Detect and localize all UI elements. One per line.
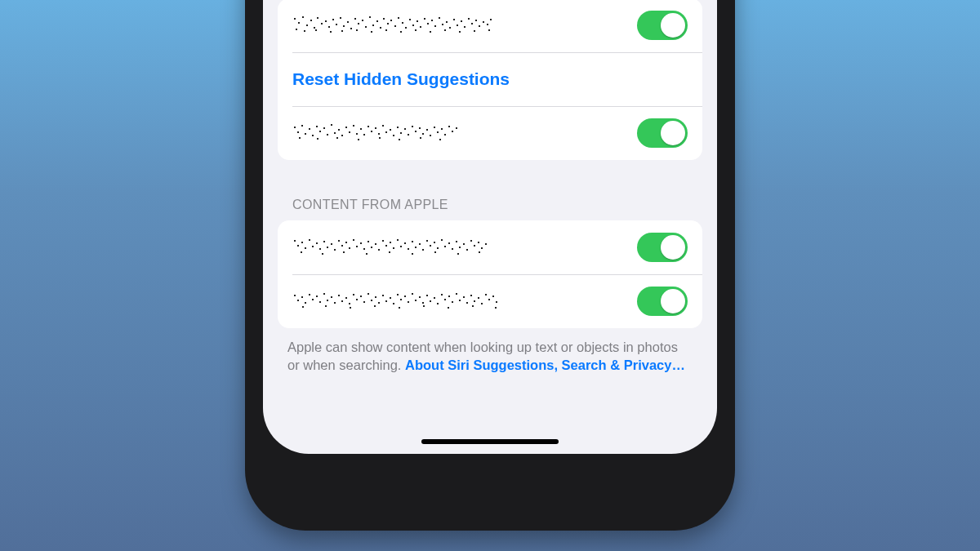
svg-rect-195 — [334, 302, 336, 304]
svg-rect-60 — [371, 31, 372, 33]
svg-rect-191 — [319, 301, 321, 303]
svg-rect-170 — [470, 240, 472, 242]
svg-rect-10 — [332, 19, 334, 20]
svg-rect-165 — [452, 248, 453, 250]
svg-rect-116 — [336, 137, 338, 139]
toggle-knob-icon — [661, 121, 685, 145]
svg-rect-49 — [475, 20, 477, 21]
svg-rect-9 — [328, 26, 330, 28]
svg-rect-184 — [294, 295, 296, 296]
svg-rect-123 — [297, 245, 299, 247]
svg-rect-57 — [330, 31, 332, 33]
svg-rect-129 — [319, 248, 321, 250]
svg-rect-178 — [366, 253, 368, 255]
svg-rect-24 — [383, 18, 385, 20]
row-before-1 — [278, 0, 702, 52]
svg-rect-118 — [379, 137, 381, 139]
toggle-knob-icon — [661, 289, 685, 313]
row-apple-2-label — [292, 291, 637, 312]
svg-rect-105 — [426, 129, 428, 131]
redacted-text-icon — [292, 291, 505, 312]
row-reset-hidden-suggestions[interactable]: Reset Hidden Suggestions — [278, 52, 702, 106]
svg-rect-214 — [404, 295, 406, 297]
home-indicator-icon[interactable] — [421, 439, 559, 444]
svg-rect-157 — [422, 249, 424, 251]
toggle-apple-1[interactable] — [637, 233, 688, 262]
svg-rect-113 — [456, 127, 457, 129]
svg-rect-18 — [362, 20, 363, 21]
reset-hidden-suggestions-link[interactable]: Reset Hidden Suggestions — [292, 69, 510, 89]
svg-rect-156 — [419, 243, 421, 245]
svg-rect-177 — [343, 251, 345, 253]
section-header-content-from-apple: CONTENT FROM APPLE — [263, 160, 717, 220]
svg-rect-196 — [338, 295, 340, 296]
svg-rect-182 — [457, 253, 459, 255]
svg-rect-15 — [350, 28, 352, 29]
svg-rect-206 — [375, 296, 376, 298]
svg-rect-238 — [492, 295, 494, 297]
svg-rect-74 — [312, 135, 314, 136]
svg-rect-199 — [349, 303, 350, 304]
svg-rect-5 — [314, 27, 315, 29]
svg-rect-40 — [442, 24, 443, 25]
svg-rect-82 — [341, 135, 343, 136]
svg-rect-148 — [390, 242, 391, 243]
svg-rect-164 — [448, 242, 450, 244]
svg-rect-119 — [399, 139, 400, 140]
svg-rect-147 — [385, 245, 387, 247]
svg-rect-108 — [437, 131, 439, 133]
svg-rect-29 — [402, 22, 403, 24]
svg-rect-48 — [471, 23, 473, 24]
svg-rect-46 — [464, 26, 466, 28]
svg-rect-218 — [419, 296, 421, 298]
svg-rect-70 — [297, 131, 299, 133]
svg-rect-142 — [368, 241, 369, 242]
svg-rect-213 — [400, 299, 402, 300]
svg-rect-73 — [309, 128, 310, 130]
svg-rect-144 — [375, 243, 376, 245]
svg-rect-219 — [422, 302, 424, 304]
svg-rect-17 — [358, 23, 359, 24]
svg-rect-42 — [449, 27, 451, 29]
svg-rect-139 — [356, 246, 358, 247]
svg-rect-240 — [302, 306, 304, 308]
svg-rect-140 — [360, 242, 362, 244]
svg-rect-212 — [397, 294, 399, 295]
svg-rect-166 — [456, 241, 457, 242]
phone-frame: BEFORE SEARCHING — [245, 0, 735, 531]
toggle-before-1[interactable] — [637, 11, 688, 40]
svg-rect-175 — [301, 251, 302, 253]
card-content-from-apple — [278, 220, 702, 328]
svg-rect-146 — [382, 240, 384, 242]
svg-rect-243 — [374, 305, 376, 307]
toggle-apple-2[interactable] — [637, 287, 688, 316]
svg-rect-19 — [365, 26, 367, 28]
svg-rect-107 — [434, 127, 435, 128]
svg-rect-76 — [319, 131, 321, 132]
svg-rect-229 — [459, 300, 461, 301]
svg-rect-190 — [316, 295, 318, 297]
svg-rect-33 — [416, 20, 418, 22]
svg-rect-174 — [485, 243, 487, 245]
svg-rect-27 — [394, 25, 396, 27]
svg-rect-197 — [341, 300, 343, 302]
svg-rect-79 — [331, 124, 332, 126]
svg-rect-36 — [427, 23, 429, 24]
svg-rect-152 — [404, 242, 406, 244]
svg-rect-97 — [397, 127, 399, 128]
svg-rect-162 — [441, 239, 443, 241]
section-footer-content-from-apple: Apple can show content when looking up t… — [263, 328, 717, 384]
svg-rect-185 — [297, 300, 299, 301]
svg-rect-208 — [382, 295, 384, 296]
about-siri-privacy-link[interactable]: About Siri Suggestions, Search & Privacy… — [405, 358, 685, 372]
svg-rect-230 — [463, 296, 465, 298]
svg-rect-93 — [382, 125, 384, 127]
svg-rect-51 — [483, 21, 484, 23]
row-before-2 — [278, 106, 702, 160]
svg-rect-44 — [457, 24, 458, 26]
svg-rect-227 — [452, 301, 453, 303]
svg-rect-200 — [353, 294, 354, 295]
svg-rect-43 — [453, 19, 455, 20]
svg-rect-153 — [408, 248, 409, 250]
toggle-before-2[interactable] — [637, 118, 688, 148]
